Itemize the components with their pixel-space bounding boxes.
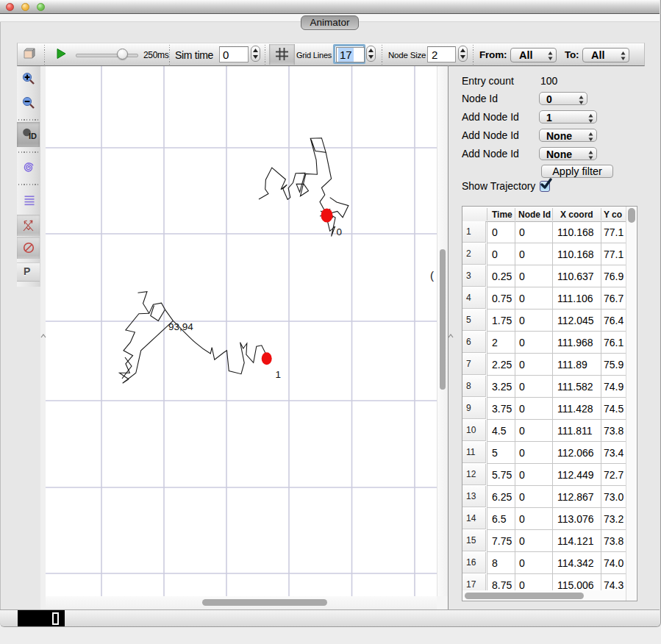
svg-text:ID: ID xyxy=(29,132,37,140)
svg-text:0: 0 xyxy=(337,226,343,237)
svg-text:93,94: 93,94 xyxy=(168,321,193,332)
svg-text:(: ( xyxy=(430,269,434,282)
svg-text:1: 1 xyxy=(276,369,282,380)
